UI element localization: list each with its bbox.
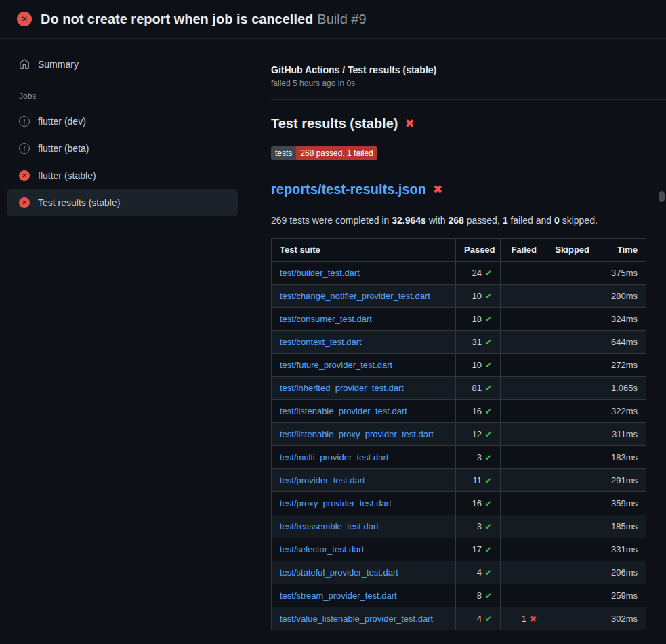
passed-cell: 16✔: [456, 400, 501, 423]
skipped-cell: [545, 492, 598, 515]
test-suite-link[interactable]: test/multi_provider_test.dart: [280, 452, 388, 462]
test-suite-link[interactable]: test/future_provider_test.dart: [280, 360, 392, 370]
summary-label: Summary: [38, 59, 79, 70]
suite-cell: test/inherited_provider_test.dart: [272, 377, 456, 400]
pass-check-icon: ✔: [485, 338, 492, 347]
pass-check-icon: ✔: [485, 591, 492, 601]
table-row: test/future_provider_test.dart10✔272ms: [272, 354, 646, 377]
test-suite-link[interactable]: test/provider_test.dart: [280, 475, 365, 485]
suite-cell: test/provider_test.dart: [272, 469, 456, 492]
test-suite-link[interactable]: test/consumer_test.dart: [280, 314, 372, 324]
suite-cell: test/context_test.dart: [272, 331, 456, 354]
divider: [271, 99, 666, 100]
failed-cell: [501, 561, 545, 584]
section-title: Test results (stable) ✖: [271, 116, 646, 132]
passed-count: 3: [477, 521, 482, 531]
sidebar: Summary Jobs !flutter (dev)!flutter (bet…: [0, 39, 255, 644]
table-row: test/selector_test.dart17✔331ms: [272, 538, 646, 561]
tests-badge: tests 268 passed, 1 failed: [271, 146, 377, 160]
pass-check-icon: ✔: [485, 568, 492, 578]
pass-check-icon: ✔: [485, 453, 492, 462]
table-row: test/stateful_provider_test.dart4✔206ms: [272, 561, 646, 584]
test-suite-link[interactable]: test/reassemble_test.dart: [280, 521, 379, 531]
sidebar-job-flutter-beta[interactable]: !flutter (beta): [7, 135, 238, 162]
scrollbar-thumb[interactable]: [659, 191, 665, 202]
skipped-cell: [545, 285, 598, 308]
test-suite-link[interactable]: test/selector_test.dart: [280, 544, 364, 555]
pass-check-icon: ✔: [485, 430, 492, 439]
header-skipped: Skipped: [545, 239, 598, 262]
suite-cell: test/stream_provider_test.dart: [272, 584, 456, 607]
passed-count: 4: [477, 613, 482, 624]
time-cell: 375ms: [598, 262, 646, 285]
test-suite-link[interactable]: test/inherited_provider_test.dart: [280, 383, 404, 393]
test-suite-link[interactable]: test/listenable_proxy_provider_test.dart: [280, 429, 434, 439]
passed-cell: 4✔: [456, 561, 501, 584]
passed-cell: 8✔: [456, 584, 501, 607]
sidebar-job-flutter-stable[interactable]: ✕flutter (stable): [7, 162, 238, 189]
failed-x-icon: ✖: [433, 184, 442, 195]
passed-cell: 3✔: [456, 446, 501, 469]
job-list: !flutter (dev)!flutter (beta)✕flutter (s…: [7, 108, 238, 216]
table-row: test/provider_test.dart11✔291ms: [272, 469, 646, 492]
skipped-cell: [545, 538, 598, 561]
test-suite-link[interactable]: test/listenable_provider_test.dart: [280, 406, 407, 416]
pass-check-icon: ✔: [485, 407, 492, 416]
time-cell: 183ms: [598, 446, 646, 469]
pass-check-icon: ✔: [485, 476, 492, 485]
time-cell: 259ms: [598, 584, 646, 607]
test-suite-link[interactable]: test/stream_provider_test.dart: [280, 590, 397, 601]
suite-cell: test/consumer_test.dart: [272, 308, 456, 331]
home-icon: [19, 59, 30, 70]
failed-cell: 1✖: [501, 607, 545, 630]
passed-count: 8: [477, 590, 482, 601]
skipped-cell: [545, 469, 598, 492]
summary-passed-count: 268: [449, 215, 464, 226]
sidebar-job-flutter-dev[interactable]: !flutter (dev): [7, 108, 238, 135]
suite-cell: test/multi_provider_test.dart: [272, 446, 456, 469]
time-cell: 291ms: [598, 469, 646, 492]
time-cell: 272ms: [598, 354, 646, 377]
test-suite-link[interactable]: test/builder_test.dart: [280, 268, 360, 278]
table-row: test/change_notifier_provider_test.dart1…: [272, 285, 646, 308]
pass-check-icon: ✔: [485, 268, 492, 278]
check-run-content: GitHub Actions / Test results (stable) f…: [255, 39, 666, 644]
suite-cell: test/future_provider_test.dart: [272, 354, 456, 377]
job-label: Test results (stable): [38, 197, 120, 208]
skipped-cell: [545, 607, 598, 630]
time-cell: 302ms: [598, 607, 646, 630]
report-link[interactable]: reports/test-results.json: [271, 182, 426, 197]
main-layout: Summary Jobs !flutter (dev)!flutter (bet…: [0, 39, 666, 644]
passed-count: 12: [472, 429, 481, 439]
suite-cell: test/proxy_provider_test.dart: [272, 492, 456, 515]
skipped-cell: [545, 584, 598, 607]
time-cell: 311ms: [598, 423, 646, 446]
passed-cell: 3✔: [456, 515, 501, 538]
pass-check-icon: ✔: [485, 384, 492, 393]
test-suite-link[interactable]: test/context_test.dart: [280, 337, 362, 347]
passed-cell: 11✔: [456, 469, 501, 492]
test-suite-link[interactable]: test/value_listenable_provider_test.dart: [280, 613, 433, 624]
table-row: test/stream_provider_test.dart8✔259ms: [272, 584, 646, 607]
test-suite-link[interactable]: test/stateful_provider_test.dart: [280, 567, 398, 578]
test-suite-link[interactable]: test/change_notifier_provider_test.dart: [280, 291, 430, 301]
sidebar-item-summary[interactable]: Summary: [7, 51, 238, 78]
time-cell: 359ms: [598, 492, 646, 515]
pass-check-icon: ✔: [485, 315, 492, 324]
header-passed: Passed: [456, 239, 501, 262]
failed-cell: [501, 469, 545, 492]
passed-cell: 12✔: [456, 423, 501, 446]
sidebar-job-test-results-stable[interactable]: ✕Test results (stable): [7, 189, 238, 216]
skipped-cell: [545, 377, 598, 400]
header-test-suite: Test suite: [272, 239, 456, 262]
table-row: test/listenable_proxy_provider_test.dart…: [272, 423, 646, 446]
suite-cell: test/reassemble_test.dart: [272, 515, 456, 538]
test-suite-link[interactable]: test/proxy_provider_test.dart: [280, 498, 392, 508]
check-run-header: ✕ Do not create report when job is cance…: [0, 0, 666, 39]
failed-cell: [501, 285, 545, 308]
skipped-cell: [545, 308, 598, 331]
breadcrumb[interactable]: GitHub Actions / Test results (stable): [271, 64, 646, 75]
summary-failed-count: 1: [503, 215, 508, 226]
job-label: flutter (stable): [38, 170, 96, 181]
suite-cell: test/listenable_proxy_provider_test.dart: [272, 423, 456, 446]
